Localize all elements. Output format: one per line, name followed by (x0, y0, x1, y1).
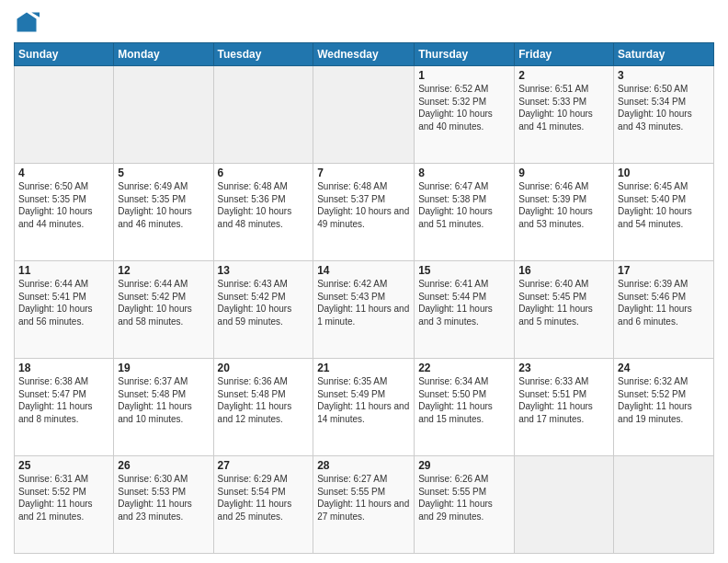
calendar-cell: 14Sunrise: 6:42 AMSunset: 5:43 PMDayligh… (313, 261, 415, 359)
calendar-cell: 22Sunrise: 6:34 AMSunset: 5:50 PMDayligh… (415, 359, 515, 456)
calendar-cell: 26Sunrise: 6:30 AMSunset: 5:53 PMDayligh… (114, 456, 213, 554)
day-info: Sunrise: 6:35 AMSunset: 5:49 PMDaylight:… (317, 375, 410, 425)
day-info: Sunrise: 6:39 AMSunset: 5:46 PMDaylight:… (618, 278, 710, 327)
day-number: 24 (618, 362, 710, 374)
day-info: Sunrise: 6:45 AMSunset: 5:40 PMDaylight:… (618, 180, 710, 230)
day-info: Sunrise: 6:44 AMSunset: 5:41 PMDaylight:… (18, 278, 109, 327)
day-info: Sunrise: 6:44 AMSunset: 5:42 PMDaylight:… (118, 278, 209, 327)
day-info: Sunrise: 6:27 AMSunset: 5:55 PMDaylight:… (317, 473, 410, 523)
day-info: Sunrise: 6:29 AMSunset: 5:54 PMDaylight:… (218, 473, 310, 523)
calendar-cell: 19Sunrise: 6:37 AMSunset: 5:48 PMDayligh… (114, 359, 213, 456)
day-info: Sunrise: 6:51 AMSunset: 5:33 PMDaylight:… (518, 83, 609, 132)
calendar-cell: 23Sunrise: 6:33 AMSunset: 5:51 PMDayligh… (515, 359, 614, 456)
calendar-cell: 4Sunrise: 6:50 AMSunset: 5:35 PMDaylight… (15, 164, 114, 261)
day-info: Sunrise: 6:33 AMSunset: 5:51 PMDaylight:… (518, 375, 609, 425)
calendar-cell: 12Sunrise: 6:44 AMSunset: 5:42 PMDayligh… (114, 261, 213, 359)
calendar-day-header: Saturday (614, 43, 714, 66)
day-number: 2 (518, 69, 609, 82)
day-number: 3 (618, 69, 710, 82)
day-number: 13 (218, 264, 310, 277)
day-info: Sunrise: 6:32 AMSunset: 5:52 PMDaylight:… (618, 375, 710, 425)
calendar-cell: 25Sunrise: 6:31 AMSunset: 5:52 PMDayligh… (15, 456, 114, 554)
calendar-cell: 2Sunrise: 6:51 AMSunset: 5:33 PMDaylight… (515, 66, 614, 164)
calendar-table: SundayMondayTuesdayWednesdayThursdayFrid… (14, 42, 714, 554)
day-info: Sunrise: 6:36 AMSunset: 5:48 PMDaylight:… (218, 375, 310, 425)
svg-marker-0 (17, 13, 37, 32)
calendar-day-header: Thursday (415, 43, 515, 66)
calendar-cell: 20Sunrise: 6:36 AMSunset: 5:48 PMDayligh… (213, 359, 313, 456)
calendar-day-header: Friday (515, 43, 614, 66)
calendar-cell: 29Sunrise: 6:26 AMSunset: 5:55 PMDayligh… (415, 456, 515, 554)
calendar-cell: 15Sunrise: 6:41 AMSunset: 5:44 PMDayligh… (415, 261, 515, 359)
day-info: Sunrise: 6:42 AMSunset: 5:43 PMDaylight:… (317, 278, 410, 327)
day-number: 18 (18, 362, 109, 374)
calendar-cell (515, 456, 614, 554)
day-number: 25 (18, 459, 109, 472)
calendar-cell (614, 456, 714, 554)
day-info: Sunrise: 6:26 AMSunset: 5:55 PMDaylight:… (418, 473, 510, 523)
calendar-cell: 27Sunrise: 6:29 AMSunset: 5:54 PMDayligh… (213, 456, 313, 554)
day-number: 9 (518, 167, 609, 179)
calendar-cell: 9Sunrise: 6:46 AMSunset: 5:39 PMDaylight… (515, 164, 614, 261)
day-number: 7 (317, 167, 410, 179)
day-number: 20 (218, 362, 310, 374)
day-number: 22 (418, 362, 510, 374)
logo (14, 9, 43, 35)
day-info: Sunrise: 6:48 AMSunset: 5:37 PMDaylight:… (317, 180, 410, 230)
calendar-day-header: Sunday (15, 43, 114, 66)
calendar-day-header: Wednesday (313, 43, 415, 66)
day-number: 15 (418, 264, 510, 277)
day-info: Sunrise: 6:41 AMSunset: 5:44 PMDaylight:… (418, 278, 510, 327)
calendar-cell: 8Sunrise: 6:47 AMSunset: 5:38 PMDaylight… (415, 164, 515, 261)
day-number: 27 (218, 459, 310, 472)
day-info: Sunrise: 6:50 AMSunset: 5:35 PMDaylight:… (18, 180, 109, 230)
day-info: Sunrise: 6:49 AMSunset: 5:35 PMDaylight:… (118, 180, 209, 230)
day-number: 26 (118, 459, 209, 472)
day-info: Sunrise: 6:37 AMSunset: 5:48 PMDaylight:… (118, 375, 209, 425)
calendar-cell (114, 66, 213, 164)
day-number: 6 (218, 167, 310, 179)
calendar-cell: 16Sunrise: 6:40 AMSunset: 5:45 PMDayligh… (515, 261, 614, 359)
calendar-cell: 3Sunrise: 6:50 AMSunset: 5:34 PMDaylight… (614, 66, 714, 164)
day-info: Sunrise: 6:46 AMSunset: 5:39 PMDaylight:… (518, 180, 609, 230)
day-number: 16 (518, 264, 609, 277)
day-number: 4 (18, 167, 109, 179)
day-number: 14 (317, 264, 410, 277)
calendar-cell: 5Sunrise: 6:49 AMSunset: 5:35 PMDaylight… (114, 164, 213, 261)
day-number: 19 (118, 362, 209, 374)
calendar-day-header: Monday (114, 43, 213, 66)
day-number: 23 (518, 362, 609, 374)
calendar-cell: 1Sunrise: 6:52 AMSunset: 5:32 PMDaylight… (415, 66, 515, 164)
calendar-day-header: Tuesday (213, 43, 313, 66)
calendar-cell: 21Sunrise: 6:35 AMSunset: 5:49 PMDayligh… (313, 359, 415, 456)
calendar-cell: 6Sunrise: 6:48 AMSunset: 5:36 PMDaylight… (213, 164, 313, 261)
day-number: 17 (618, 264, 710, 277)
day-info: Sunrise: 6:52 AMSunset: 5:32 PMDaylight:… (418, 83, 510, 132)
day-info: Sunrise: 6:30 AMSunset: 5:53 PMDaylight:… (118, 473, 209, 523)
calendar-cell: 13Sunrise: 6:43 AMSunset: 5:42 PMDayligh… (213, 261, 313, 359)
day-number: 29 (418, 459, 510, 472)
calendar-cell: 24Sunrise: 6:32 AMSunset: 5:52 PMDayligh… (614, 359, 714, 456)
day-number: 21 (317, 362, 410, 374)
day-number: 10 (618, 167, 710, 179)
day-info: Sunrise: 6:34 AMSunset: 5:50 PMDaylight:… (418, 375, 510, 425)
calendar-cell: 7Sunrise: 6:48 AMSunset: 5:37 PMDaylight… (313, 164, 415, 261)
page-header (14, 9, 714, 35)
calendar-cell: 17Sunrise: 6:39 AMSunset: 5:46 PMDayligh… (614, 261, 714, 359)
logo-icon (14, 9, 40, 35)
day-number: 12 (118, 264, 209, 277)
day-number: 5 (118, 167, 209, 179)
day-number: 8 (418, 167, 510, 179)
day-info: Sunrise: 6:43 AMSunset: 5:42 PMDaylight:… (218, 278, 310, 327)
day-number: 11 (18, 264, 109, 277)
day-info: Sunrise: 6:40 AMSunset: 5:45 PMDaylight:… (518, 278, 609, 327)
calendar-cell: 28Sunrise: 6:27 AMSunset: 5:55 PMDayligh… (313, 456, 415, 554)
calendar-cell (213, 66, 313, 164)
calendar-cell: 11Sunrise: 6:44 AMSunset: 5:41 PMDayligh… (15, 261, 114, 359)
day-number: 1 (418, 69, 510, 82)
day-info: Sunrise: 6:50 AMSunset: 5:34 PMDaylight:… (618, 83, 710, 132)
day-info: Sunrise: 6:38 AMSunset: 5:47 PMDaylight:… (18, 375, 109, 425)
day-number: 28 (317, 459, 410, 472)
calendar-cell (313, 66, 415, 164)
calendar-cell (15, 66, 114, 164)
